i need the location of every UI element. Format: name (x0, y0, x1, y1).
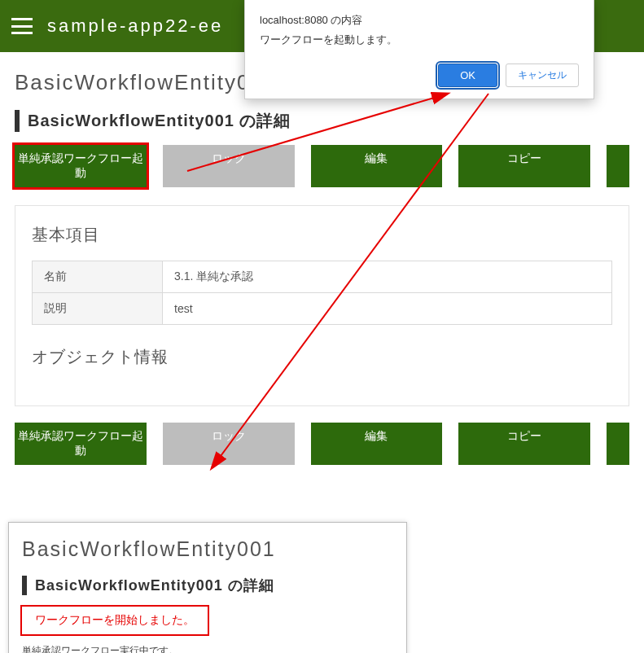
detail-heading: BasicWorkflowEntity001 の詳細 (15, 110, 629, 132)
result-panel: BasicWorkflowEntity001 BasicWorkflowEnti… (8, 522, 407, 653)
detail-heading: BasicWorkflowEntity001 の詳細 (22, 576, 393, 595)
edit-button[interactable]: 編集 (311, 145, 443, 187)
dialog-button-row: OK キャンセル (260, 64, 579, 87)
lock-button[interactable]: ロック (163, 423, 295, 465)
basic-info-title: 基本項目 (32, 224, 612, 246)
dialog-cancel-button[interactable]: キャンセル (506, 64, 579, 87)
overflow-button[interactable] (607, 423, 629, 465)
basic-info-card: 基本項目 名前 3.1. 単純な承認 説明 test オブジェクト情報 (15, 205, 629, 406)
copy-button[interactable]: コピー (458, 145, 590, 187)
workflow-running-message: 単純承認ワークフロー実行中です。 (22, 644, 393, 653)
field-label: 名前 (33, 261, 163, 293)
dialog-title: localhost:8080 の内容 (260, 13, 579, 28)
menu-icon[interactable] (11, 18, 33, 34)
field-value: 3.1. 単純な承認 (163, 261, 612, 293)
dialog-ok-button[interactable]: OK (438, 64, 497, 87)
page-title: BasicWorkflowEntity001 (22, 537, 393, 561)
table-row: 名前 3.1. 単純な承認 (33, 261, 612, 293)
basic-info-table: 名前 3.1. 単純な承認 説明 test (32, 261, 612, 325)
copy-button[interactable]: コピー (458, 423, 590, 465)
overflow-button[interactable] (607, 145, 629, 187)
app-title: sample-app22-ee (47, 15, 223, 37)
action-row-bottom: 単純承認ワークフロー起動 ロック 編集 コピー (15, 423, 629, 465)
action-row-top: 単純承認ワークフロー起動 ロック 編集 コピー (15, 145, 629, 187)
object-info-title: オブジェクト情報 (32, 346, 612, 368)
dialog-body: ワークフローを起動します。 (260, 33, 579, 47)
workflow-started-message-box: ワークフローを開始しました。 (22, 607, 208, 634)
field-label: 説明 (33, 293, 163, 325)
start-workflow-button[interactable]: 単純承認ワークフロー起動 (15, 145, 147, 187)
edit-button[interactable]: 編集 (311, 423, 443, 465)
lock-button[interactable]: ロック (163, 145, 295, 187)
start-workflow-button[interactable]: 単純承認ワークフロー起動 (15, 423, 147, 465)
workflow-started-message: ワークフローを開始しました。 (30, 608, 199, 633)
page-body: BasicWorkflowEntity001 BasicWorkflowEnti… (0, 52, 644, 499)
field-value: test (163, 293, 612, 325)
confirm-dialog: localhost:8080 の内容 ワークフローを起動します。 OK キャンセ… (244, 0, 594, 99)
table-row: 説明 test (33, 293, 612, 325)
